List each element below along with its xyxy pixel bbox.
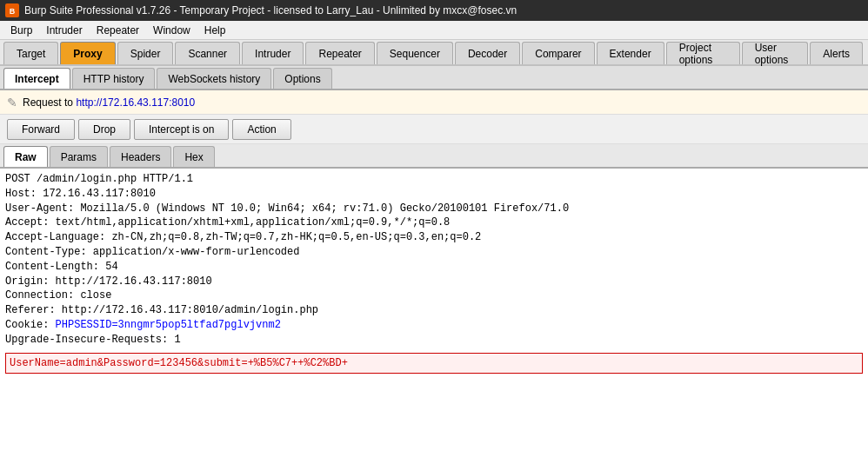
tab-params[interactable]: Params	[50, 146, 108, 167]
drop-button[interactable]: Drop	[78, 119, 130, 140]
forward-button[interactable]: Forward	[7, 119, 75, 140]
tab-scanner[interactable]: Scanner	[175, 42, 240, 64]
http-headers: POST /admin/login.php HTTP/1.1 Host: 172…	[5, 173, 569, 316]
tab-http-history[interactable]: HTTP history	[72, 68, 156, 89]
tab-intercept[interactable]: Intercept	[3, 68, 70, 89]
tab-websockets-history[interactable]: WebSockets history	[157, 68, 271, 89]
tab-intruder[interactable]: Intruder	[242, 42, 304, 64]
tab-proxy[interactable]: Proxy	[60, 42, 115, 64]
app-title: Burp Suite Professional v1.7.26 - Tempor…	[24, 4, 517, 17]
http-cookie-value: PHPSESSID=3nngmr5pop5ltfad7pglvjvnm2	[56, 319, 281, 331]
http-cookie-label: Cookie:	[5, 319, 56, 331]
request-url-link[interactable]: http://172.16.43.117:8010	[76, 96, 195, 109]
sub-tabs: Intercept HTTP history WebSockets histor…	[0, 66, 868, 90]
tab-repeater[interactable]: Repeater	[305, 42, 374, 64]
main-tabs: Target Proxy Spider Scanner Intruder Rep…	[0, 40, 868, 66]
request-label: Request to http://172.16.43.117:8010	[23, 96, 195, 109]
menu-window[interactable]: Window	[146, 23, 197, 38]
action-button[interactable]: Action	[232, 119, 290, 140]
tab-project-options[interactable]: Project options	[666, 42, 740, 64]
tab-sequencer[interactable]: Sequencer	[377, 42, 453, 64]
edit-icon: ✎	[7, 96, 17, 109]
tab-user-options[interactable]: User options	[742, 42, 809, 64]
http-after-cookie: Upgrade-Insecure-Requests: 1	[5, 334, 181, 346]
tab-target[interactable]: Target	[3, 42, 58, 64]
menu-bar: Burp Intruder Repeater Window Help	[0, 21, 868, 40]
tab-extender[interactable]: Extender	[597, 42, 664, 64]
menu-repeater[interactable]: Repeater	[90, 23, 146, 38]
app-icon: B	[5, 3, 19, 17]
tab-alerts[interactable]: Alerts	[810, 42, 863, 64]
tab-spider[interactable]: Spider	[117, 42, 174, 64]
content-tabs: Raw Params Headers Hex	[0, 144, 868, 169]
action-buttons: Forward Drop Intercept is on Action	[0, 115, 868, 144]
tab-options[interactable]: Options	[273, 68, 331, 89]
tab-raw[interactable]: Raw	[3, 146, 48, 167]
menu-intruder[interactable]: Intruder	[39, 23, 89, 38]
tab-decoder[interactable]: Decoder	[455, 42, 520, 64]
tab-hex[interactable]: Hex	[173, 146, 214, 167]
http-content: POST /admin/login.php HTTP/1.1 Host: 172…	[0, 169, 868, 464]
svg-text:B: B	[10, 7, 16, 16]
tab-comparer[interactable]: Comparer	[522, 42, 594, 64]
title-bar: B Burp Suite Professional v1.7.26 - Temp…	[0, 0, 868, 21]
tab-headers[interactable]: Headers	[110, 146, 171, 167]
menu-burp[interactable]: Burp	[3, 23, 39, 38]
intercept-toggle-button[interactable]: Intercept is on	[134, 119, 229, 140]
menu-help[interactable]: Help	[197, 23, 233, 38]
request-bar: ✎ Request to http://172.16.43.117:8010	[0, 90, 868, 115]
http-body: UserName=admin&Password=123456&submit=+%…	[5, 353, 863, 375]
